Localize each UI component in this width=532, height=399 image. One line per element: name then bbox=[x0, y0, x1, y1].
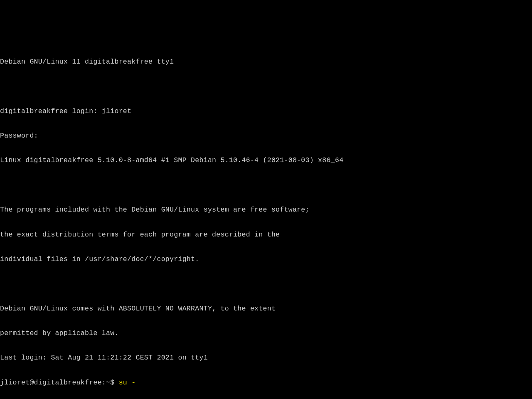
blank-line bbox=[0, 280, 532, 288]
login-line: digitalbreakfree login: jlioret bbox=[0, 107, 532, 116]
login-username: jlioret bbox=[102, 107, 131, 115]
motd-line: the exact distribution terms for each pr… bbox=[0, 231, 532, 239]
os-banner: Debian GNU/Linux 11 digitalbreakfree tty… bbox=[0, 58, 532, 66]
uname-line: Linux digitalbreakfree 5.10.0-8-amd64 #1… bbox=[0, 156, 532, 165]
password-prompt-line: Password: bbox=[0, 132, 532, 140]
motd-line: The programs included with the Debian GN… bbox=[0, 206, 532, 214]
blank-line bbox=[0, 181, 532, 190]
user-shell-line: jlioret@digitalbreakfree:~$ su - bbox=[0, 379, 532, 387]
login-prompt: digitalbreakfree login: bbox=[0, 107, 102, 115]
motd-line: Debian GNU/Linux comes with ABSOLUTELY N… bbox=[0, 305, 532, 313]
motd-line: individual files in /usr/share/doc/*/cop… bbox=[0, 255, 532, 264]
terminal-tty[interactable]: Debian GNU/Linux 11 digitalbreakfree tty… bbox=[0, 41, 532, 399]
blank-line bbox=[0, 82, 532, 91]
user-ps1: jlioret@digitalbreakfree:~$ bbox=[0, 379, 119, 387]
last-login-line: Last login: Sat Aug 21 11:21:22 CEST 202… bbox=[0, 354, 532, 362]
su-command: su - bbox=[119, 379, 136, 387]
motd-line: permitted by applicable law. bbox=[0, 329, 532, 337]
